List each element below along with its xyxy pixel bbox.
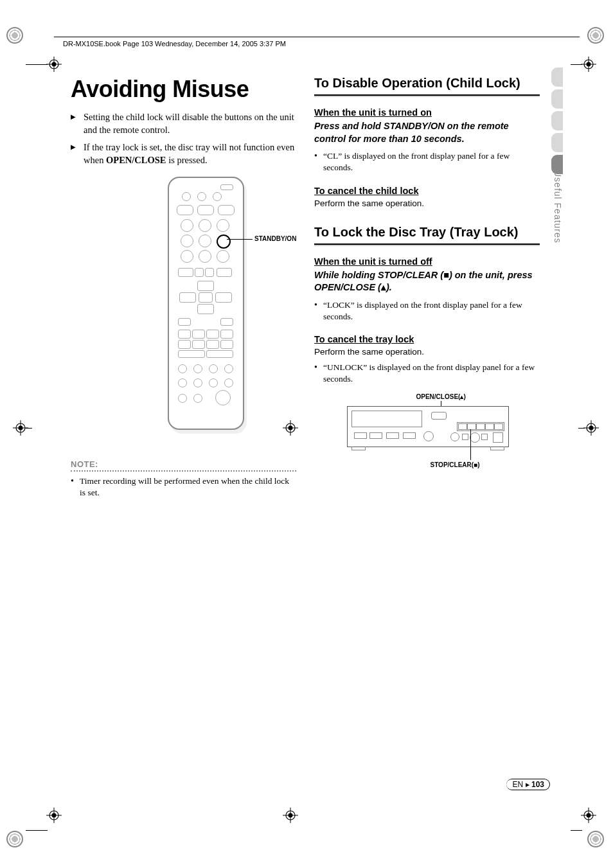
remote-button — [209, 378, 218, 387]
crop-tick — [571, 64, 582, 65]
remote-button — [217, 268, 232, 277]
disc-tray-icon — [351, 411, 422, 427]
remote-button — [192, 340, 205, 349]
remote-button — [206, 340, 219, 349]
remote-button — [209, 364, 218, 373]
panel-knob-icon — [450, 432, 459, 441]
remote-button — [178, 330, 191, 339]
panel-detail — [481, 434, 488, 440]
label-part: ) — [477, 461, 479, 468]
remote-button — [178, 364, 187, 373]
body-text: Perform the same operation. — [314, 199, 540, 208]
registration-mark-icon — [581, 57, 596, 72]
intro-bullet: Setting the child lock will disable the … — [71, 111, 296, 137]
remote-button — [181, 219, 193, 232]
section-tab — [551, 133, 563, 152]
remote-button — [217, 219, 229, 232]
page-title: Avoiding Misuse — [71, 76, 296, 103]
triangle-icon: ▶ — [526, 782, 529, 788]
left-column: Avoiding Misuse Setting the child lock w… — [71, 76, 296, 506]
unit-foot-icon — [490, 447, 504, 450]
open-close-button-icon — [431, 412, 447, 420]
subheading: When the unit is turned on — [314, 107, 540, 118]
remote-button — [179, 292, 196, 303]
info-item: “UNLOCK” is displayed on the front displ… — [314, 362, 540, 385]
remote-illustration: STANDBY/ON — [161, 177, 296, 440]
remote-button — [182, 192, 191, 201]
remote-button — [224, 364, 233, 373]
remote-button — [220, 340, 233, 349]
remote-button — [220, 184, 233, 190]
manual-page: DR-MX10SE.book Page 103 Wednesday, Decem… — [0, 0, 613, 868]
remote-button — [215, 292, 232, 303]
subheading: To cancel the child lock — [314, 186, 540, 196]
remote-button — [181, 250, 193, 263]
remote-button — [197, 192, 206, 201]
panel-knob-icon — [423, 431, 434, 441]
label-part: OPEN/CLOSE( — [416, 393, 461, 400]
page-footer: EN ▶ 103 — [506, 779, 550, 790]
info-list: “LOCK” is displayed on the front display… — [314, 299, 540, 323]
remote-button — [181, 235, 193, 247]
crop-tick — [571, 830, 582, 831]
unit-outline — [347, 406, 509, 447]
remote-button — [199, 250, 211, 263]
panel-detail — [403, 432, 416, 439]
crop-tick — [26, 428, 32, 429]
remote-button — [224, 378, 233, 387]
subheading: To cancel the tray lock — [314, 334, 540, 344]
remote-button — [192, 330, 205, 339]
remote-button — [195, 268, 204, 277]
panel-button-icon — [458, 423, 467, 430]
intro-bullet-tail: is pressed. — [166, 155, 208, 165]
side-section-label: Useful Features — [553, 170, 563, 244]
footer-page-number: 103 — [531, 780, 544, 789]
panel-knob-icon — [470, 432, 480, 443]
remote-button — [215, 390, 231, 405]
remote-button — [178, 318, 191, 326]
section-tab — [551, 89, 563, 109]
note-item: Timer recording will be performed even w… — [71, 475, 296, 499]
panel-button-icon — [476, 423, 485, 430]
right-column: To Disable Operation (Child Lock) When t… — [314, 76, 540, 506]
remote-button — [199, 219, 211, 232]
instruction-text: Press and hold STANDBY/ON on the remote … — [314, 120, 540, 145]
panel-button-icon — [485, 423, 494, 430]
intro-bullet: If the tray lock is set, the disc tray w… — [71, 141, 296, 167]
panel-detail — [354, 432, 367, 439]
standby-on-label: STANDBY/ON — [254, 235, 296, 242]
unit-foot-icon — [351, 447, 366, 450]
info-list: “CL” is displayed on the front display p… — [314, 150, 540, 173]
remote-button — [178, 350, 205, 358]
remote-button — [177, 205, 193, 215]
body-text: Perform the same operation. — [314, 347, 540, 357]
registration-mark-icon — [581, 808, 596, 823]
registration-mark-icon — [46, 57, 62, 72]
panel-detail — [493, 432, 503, 443]
unit-illustration: OPEN/CLOSE(▴) — [347, 393, 508, 477]
remote-button — [178, 340, 191, 349]
remote-button — [220, 318, 233, 326]
instr-part: ). — [386, 282, 392, 292]
crop-tick — [26, 830, 48, 831]
corner-ornament — [6, 27, 23, 44]
registration-mark-icon — [46, 808, 62, 823]
section-tab — [551, 67, 563, 87]
remote-button — [213, 192, 222, 201]
remote-button — [199, 292, 213, 303]
remote-button — [205, 268, 214, 277]
content-area: Avoiding Misuse Setting the child lock w… — [71, 76, 540, 506]
panel-button-icon — [494, 423, 503, 430]
remote-button — [206, 350, 233, 358]
intro-bullets: Setting the child lock will disable the … — [71, 111, 296, 166]
instr-part: While holding STOP/CLEAR ( — [314, 270, 443, 280]
stop-icon: ■ — [443, 270, 449, 280]
panel-detail — [369, 432, 382, 439]
remote-button — [178, 378, 187, 387]
remote-button — [197, 281, 214, 291]
label-part: STOP/CLEAR( — [431, 461, 474, 468]
info-item: “LOCK” is displayed on the front display… — [314, 299, 540, 323]
open-close-strong: OPEN/CLOSE — [106, 155, 166, 165]
remote-button — [206, 330, 219, 339]
note-list: Timer recording will be performed even w… — [71, 475, 296, 499]
